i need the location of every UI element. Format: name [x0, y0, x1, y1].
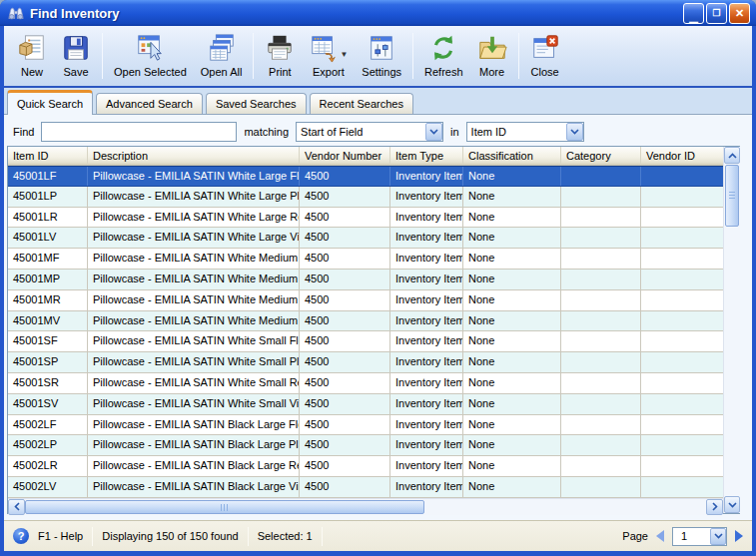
more-button[interactable]: More: [470, 31, 514, 80]
horizontal-scrollbar[interactable]: [8, 498, 723, 515]
vertical-scroll-track[interactable]: [724, 228, 740, 496]
table-cell-item-id: 45001MF: [8, 249, 88, 269]
in-select[interactable]: Item ID: [466, 122, 584, 142]
table-row[interactable]: 45001SVPillowcase - EMILIA SATIN White S…: [8, 394, 723, 415]
save-button[interactable]: Save: [54, 31, 98, 80]
table-cell-classification: None: [463, 352, 561, 372]
horizontal-scroll-track[interactable]: [424, 499, 706, 515]
page-select[interactable]: 1: [672, 527, 727, 546]
table-row[interactable]: 45001SRPillowcase - EMILIA SATIN White S…: [8, 373, 723, 394]
table-row[interactable]: 45001MRPillowcase - EMILIA SATIN White M…: [8, 290, 723, 311]
table-cell-item-id: 45001SR: [8, 373, 88, 393]
table-cell-vendor-id: [641, 373, 723, 393]
table-row[interactable]: 45002LFPillowcase - EMILIA SATIN Black L…: [8, 415, 723, 436]
table-cell-classification: None: [463, 435, 561, 455]
scroll-left-icon[interactable]: [8, 499, 25, 515]
tab-label: Quick Search: [17, 98, 83, 110]
open-selected-button[interactable]: Open Selected: [107, 31, 194, 80]
table-cell-classification: None: [463, 373, 561, 393]
export-dropdown-arrow-icon[interactable]: ▼: [340, 50, 348, 59]
column-header-vendor-id[interactable]: Vendor ID: [641, 147, 723, 165]
table-row[interactable]: 45001LPPillowcase - EMILIA SATIN White L…: [8, 187, 723, 208]
scroll-right-icon[interactable]: [706, 499, 723, 515]
column-header-vendor-number[interactable]: Vendor Number: [300, 147, 390, 165]
column-header-category[interactable]: Category: [561, 147, 641, 165]
table-cell-category: [561, 249, 641, 269]
table-cell-item-type: Inventory Item: [390, 352, 463, 372]
column-header-item-id[interactable]: Item ID: [8, 147, 88, 165]
toolbar-button-label: Print: [269, 66, 292, 78]
table-row[interactable]: 45001LFPillowcase - EMILIA SATIN White L…: [8, 166, 723, 187]
print-button[interactable]: Print: [258, 31, 302, 80]
table-cell-item-id: 45001LP: [8, 187, 88, 207]
previous-page-icon[interactable]: [656, 530, 664, 542]
settings-button[interactable]: Settings: [355, 31, 408, 80]
title-bar[interactable]: Find Inventory ▁ ❐ ✕: [0, 0, 756, 26]
column-header-description[interactable]: Description: [88, 147, 300, 165]
vertical-scroll-thumb[interactable]: [725, 165, 739, 227]
table-cell-item-type: Inventory Item: [390, 477, 463, 497]
table-row[interactable]: 45002LPPillowcase - EMILIA SATIN Black L…: [8, 435, 723, 456]
binoculars-icon: [7, 5, 25, 21]
next-page-icon[interactable]: [735, 530, 743, 542]
grid-header-row: Item ID Description Vendor Number Item T…: [8, 147, 723, 166]
open-all-button[interactable]: Open All: [194, 31, 250, 80]
tab-quick-search[interactable]: Quick Search: [7, 90, 93, 115]
table-row[interactable]: 45002LVPillowcase - EMILIA SATIN Black L…: [8, 477, 723, 498]
table-row[interactable]: 45001SFPillowcase - EMILIA SATIN White S…: [8, 331, 723, 352]
table-cell-item-id: 45001MP: [8, 270, 88, 289]
table-cell-item-type: Inventory Item: [390, 270, 463, 289]
tab-saved-searches[interactable]: Saved Searches: [206, 93, 307, 114]
table-cell-vendor-id: [641, 352, 723, 372]
chevron-down-icon[interactable]: [566, 123, 583, 141]
refresh-button[interactable]: Refresh: [417, 31, 470, 80]
column-header-item-type[interactable]: Item Type: [390, 147, 463, 165]
table-cell-vendor-id: [641, 208, 723, 228]
table-cell-description: Pillowcase - EMILIA SATIN Black Large Fl…: [88, 415, 300, 435]
table-cell-item-type: Inventory Item: [390, 167, 463, 186]
table-cell-category: [561, 435, 641, 455]
table-cell-item-type: Inventory Item: [390, 249, 463, 269]
table-cell-vendor-id: [641, 270, 723, 289]
tab-advanced-search[interactable]: Advanced Search: [96, 93, 203, 114]
table-row[interactable]: 45002LRPillowcase - EMILIA SATIN Black L…: [8, 456, 723, 477]
table-row[interactable]: 45001MPPillowcase - EMILIA SATIN White M…: [8, 270, 723, 290]
table-cell-vendor-number: 4500: [300, 228, 390, 248]
status-separator: [322, 527, 323, 546]
close-button[interactable]: ✕: [729, 3, 750, 24]
table-row[interactable]: 45001LVPillowcase - EMILIA SATIN White L…: [8, 228, 723, 249]
new-button[interactable]: New: [10, 31, 54, 80]
table-cell-category: [561, 456, 641, 476]
quick-search-panel: Find matching Start of Field in Item ID: [4, 114, 752, 520]
find-inventory-window: Find Inventory ▁ ❐ ✕ New: [0, 0, 756, 556]
table-row[interactable]: 45001SPPillowcase - EMILIA SATIN White S…: [8, 352, 723, 373]
matching-select[interactable]: Start of Field: [296, 122, 443, 142]
window-frame: New Save: [0, 26, 756, 556]
table-row[interactable]: 45001MFPillowcase - EMILIA SATIN White M…: [8, 249, 723, 270]
table-cell-category: [561, 290, 641, 310]
table-cell-vendor-number: 4500: [300, 249, 390, 269]
toolbar-button-label: More: [479, 66, 504, 78]
table-cell-item-id: 45001SF: [8, 331, 88, 351]
table-cell-category: [561, 228, 641, 248]
table-cell-classification: None: [463, 456, 561, 476]
chevron-down-icon[interactable]: [425, 123, 442, 141]
chevron-down-icon[interactable]: [710, 528, 726, 545]
vertical-scrollbar[interactable]: [723, 147, 740, 513]
close-view-button[interactable]: Close: [523, 31, 567, 80]
column-header-classification[interactable]: Classification: [463, 147, 561, 165]
table-cell-description: Pillowcase - EMILIA SATIN White Medium V…: [88, 311, 300, 331]
scroll-up-icon[interactable]: [724, 147, 740, 164]
table-cell-vendor-number: 4500: [300, 415, 390, 435]
minimize-button[interactable]: ▁: [683, 3, 704, 24]
horizontal-scroll-thumb[interactable]: [25, 500, 424, 514]
find-input[interactable]: [41, 122, 237, 142]
tab-recent-searches[interactable]: Recent Searches: [310, 93, 413, 114]
table-cell-vendor-id: [641, 228, 723, 248]
maximize-button[interactable]: ❐: [706, 3, 727, 24]
table-row[interactable]: 45001MVPillowcase - EMILIA SATIN White M…: [8, 311, 723, 332]
table-row[interactable]: 45001LRPillowcase - EMILIA SATIN White L…: [8, 208, 723, 229]
table-cell-vendor-id: [641, 331, 723, 351]
export-button[interactable]: ▼ Export: [302, 31, 355, 80]
scroll-down-icon[interactable]: [724, 496, 740, 513]
